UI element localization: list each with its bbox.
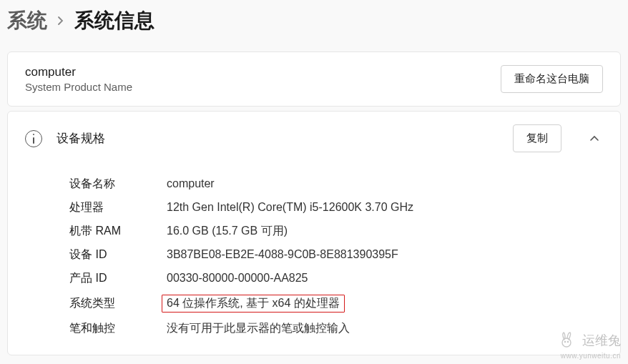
- specs-header: 设备规格 复制: [8, 112, 620, 165]
- spec-label: 系统类型: [69, 296, 167, 311]
- computer-header-card: computer System Product Name 重命名这台电脑: [7, 51, 621, 107]
- specs-title: 设备规格: [57, 130, 499, 147]
- spec-row: 产品 ID00330-80000-00000-AA825: [69, 267, 603, 290]
- spec-value: computer: [167, 177, 215, 190]
- spec-value: 16.0 GB (15.7 GB 可用): [167, 224, 288, 239]
- chevron-up-icon[interactable]: [586, 130, 603, 147]
- spec-label: 设备名称: [69, 177, 167, 192]
- specs-body: 设备名称computer处理器12th Gen Intel(R) Core(TM…: [8, 165, 620, 355]
- spec-label: 设备 ID: [69, 247, 167, 262]
- spec-row: 机带 RAM16.0 GB (15.7 GB 可用): [69, 220, 603, 243]
- breadcrumb: 系统 系统信息: [0, 0, 628, 51]
- spec-row: 系统类型64 位操作系统, 基于 x64 的处理器: [69, 290, 603, 317]
- breadcrumb-current: 系统信息: [74, 7, 154, 34]
- spec-value: 3B87BE08-EB2E-4088-9C0B-8E881390395F: [167, 248, 398, 261]
- spec-label: 产品 ID: [69, 271, 167, 286]
- computer-name: computer: [25, 65, 132, 79]
- spec-row: 处理器12th Gen Intel(R) Core(TM) i5-12600K …: [69, 196, 603, 220]
- spec-row: 设备 ID3B87BE08-EB2E-4088-9C0B-8E881390395…: [69, 243, 603, 267]
- spec-value: 64 位操作系统, 基于 x64 的处理器: [162, 295, 345, 313]
- spec-value: 没有可用于此显示器的笔或触控输入: [167, 321, 350, 336]
- copy-button[interactable]: 复制: [513, 124, 561, 152]
- product-name: System Product Name: [25, 81, 132, 93]
- spec-row: 笔和触控没有可用于此显示器的笔或触控输入: [69, 317, 603, 340]
- spec-label: 机带 RAM: [69, 224, 167, 239]
- spec-label: 处理器: [69, 200, 167, 215]
- info-icon: [25, 130, 42, 147]
- spec-label: 笔和触控: [69, 321, 167, 336]
- breadcrumb-parent[interactable]: 系统: [7, 7, 47, 34]
- chevron-right-icon: [57, 13, 64, 29]
- spec-value: 12th Gen Intel(R) Core(TM) i5-12600K 3.7…: [167, 201, 413, 214]
- spec-row: 设备名称computer: [69, 172, 603, 196]
- rename-button[interactable]: 重命名这台电脑: [501, 65, 603, 93]
- spec-value: 00330-80000-00000-AA825: [167, 272, 308, 285]
- device-specs-card: 设备规格 复制 设备名称computer处理器12th Gen Intel(R)…: [7, 111, 621, 355]
